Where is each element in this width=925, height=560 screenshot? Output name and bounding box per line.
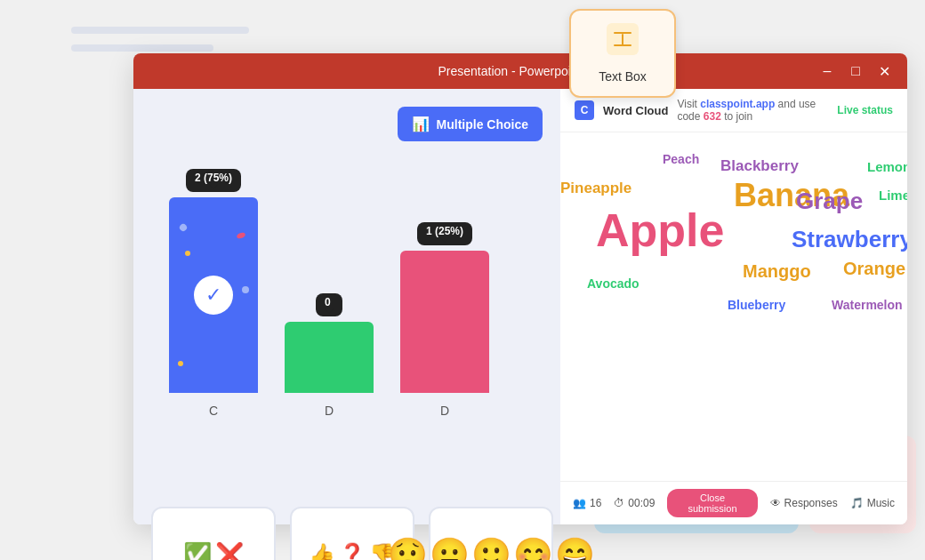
word-strawberry: Strawberry [792, 226, 907, 253]
bar-group-d1: 0 D [285, 293, 374, 418]
word-manggo: Manggo [743, 261, 811, 282]
svg-rect-1 [614, 32, 631, 34]
minimize-button[interactable]: – [818, 63, 836, 80]
svg-rect-3 [614, 44, 631, 46]
music-label: Music [867, 497, 895, 509]
word-cloud-panel: C Word Cloud Visit classpoint.app and us… [560, 89, 907, 524]
participant-count: 👥 16 [573, 497, 601, 509]
ppt-titlebar: Presentation - Powerpoint – □ ✕ [133, 53, 907, 89]
bar-d1-label: 0 [316, 293, 342, 316]
checkmark-circle: ✓ [194, 276, 233, 315]
bar-c: ✓ [169, 197, 258, 393]
close-button[interactable]: ✕ [875, 63, 893, 80]
activity-cards: ✅ ❌ True / False 👍 ❓ 👎 Yes / No / Unsure [133, 507, 571, 560]
bar-c-label: 2 (75%) [186, 169, 241, 192]
word-cloud-footer: 👥 16 ⏱ 00:09 Close submission 👁 Response… [560, 481, 907, 524]
timer-value: 00:09 [628, 497, 655, 509]
word-watermelon: Watermelon [832, 298, 903, 312]
clock-icon: ⏱ [614, 497, 624, 509]
true-false-icons: ✅ ❌ [183, 541, 244, 561]
word-lemon: Lemon [867, 159, 907, 174]
textbox-label: Text Box [599, 69, 647, 84]
word-apple: Apple [596, 204, 724, 257]
ppt-window-controls: – □ ✕ [818, 63, 893, 80]
textbox-tooltip[interactable]: Text Box [569, 9, 676, 98]
yes-no-icons: 👍 ❓ 👎 [309, 542, 396, 560]
responses-item: 👁 Responses [770, 497, 838, 509]
textbox-icon [607, 23, 639, 62]
ppt-window: Presentation - Powerpoint – □ ✕ 📊 Multip… [133, 53, 907, 524]
music-icon: 🎵 [850, 497, 864, 509]
bar-d2-bottom-label: D [440, 404, 449, 418]
activity-card-feedback[interactable]: 😟 😐 🙂 😊 😄 Feedback (5 levels) [429, 507, 553, 560]
bar-d1 [285, 322, 374, 393]
maximize-button[interactable]: □ [847, 63, 865, 80]
bar-d2-label: 1 (25%) [417, 222, 472, 245]
live-status: Live status [837, 104, 893, 116]
word-avocado: Avocado [587, 276, 639, 291]
bg-line-1 [71, 27, 249, 34]
word-cloud-title: Word Cloud [603, 104, 668, 117]
ppt-window-title: Presentation - Powerpoint [201, 64, 818, 78]
svg-rect-2 [622, 34, 623, 46]
people-icon: 👥 [573, 497, 586, 509]
bar-c-bottom-label: C [209, 404, 218, 418]
classpoint-logo: C [575, 100, 594, 120]
word-blueberry: Blueberry [728, 298, 785, 312]
feedback-icons: 😟 😐 🙂 😊 😄 [388, 536, 595, 560]
close-submission-button[interactable]: Close submission [667, 489, 757, 517]
word-cloud-visit: Visit classpoint.app and use code 632 to… [677, 98, 828, 123]
word-lime: Lime [879, 188, 907, 203]
music-item: 🎵 Music [850, 497, 895, 509]
bar-group-c: 2 (75%) ✓ C [169, 169, 258, 418]
word-peach: Peach [663, 152, 699, 166]
bar-c-wrapper: ✓ [169, 197, 258, 393]
bar-d2-wrapper [400, 251, 489, 393]
quiz-panel: 📊 Multiple Choice 2 (75%) ✓ [133, 89, 560, 524]
bar-d2 [400, 251, 489, 393]
bg-line-2 [71, 44, 213, 52]
word-grape: Grape [796, 188, 863, 215]
ppt-content: 📊 Multiple Choice 2 (75%) ✓ [133, 89, 907, 524]
count-value: 16 [590, 497, 601, 509]
word-blackberry: Blackberry [720, 157, 799, 175]
word-orange: Orange [843, 259, 905, 279]
join-code: 632 [704, 110, 721, 123]
activity-card-true-false[interactable]: ✅ ❌ True / False [151, 507, 276, 560]
timer: ⏱ 00:09 [614, 497, 655, 509]
responses-label: Responses [784, 497, 838, 509]
bar-d1-wrapper [285, 322, 374, 393]
chart-area: 2 (75%) ✓ C [151, 116, 543, 418]
word-pineapple: Pineapple [560, 180, 631, 197]
eye-icon: 👁 [770, 497, 781, 509]
classpoint-link[interactable]: classpoint.app [700, 98, 775, 110]
bar-d1-bottom-label: D [325, 404, 334, 418]
word-cloud-area: Apple Banana Strawberry Grape Blackberry… [560, 132, 907, 481]
bar-group-d2: 1 (25%) D [400, 222, 489, 418]
